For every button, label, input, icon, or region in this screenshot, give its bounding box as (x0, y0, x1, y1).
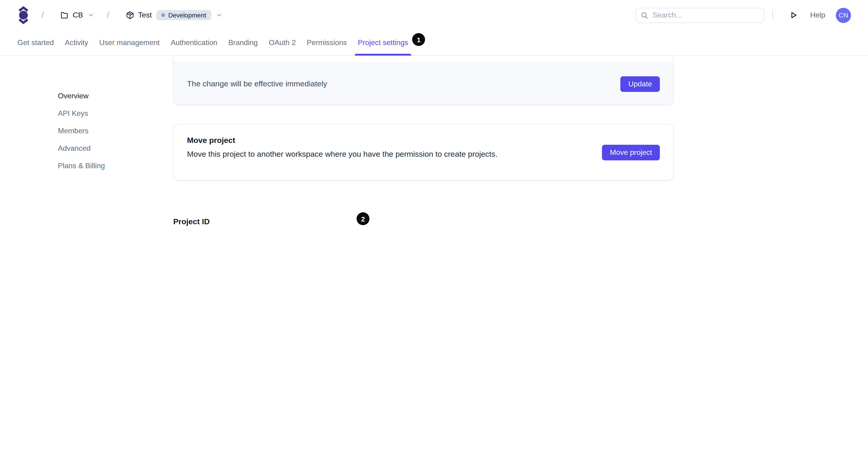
tab-activity[interactable]: Activity (62, 30, 91, 55)
settings-content: The change will be effective immediately… (173, 56, 674, 230)
tab-user-management[interactable]: User management (96, 30, 163, 55)
move-project-description: Move this project to another workspace w… (187, 150, 660, 159)
play-icon (789, 11, 798, 19)
field-project-id: Project ID 4b13df9d-3555-4485-a62a-2adc5… (173, 217, 674, 230)
breadcrumb-workspace[interactable]: CB (60, 11, 94, 19)
move-project-title: Move project (187, 136, 660, 145)
app-header: / CB / Test Development (0, 0, 868, 30)
package-icon (126, 11, 134, 19)
annotation-badge-1: 1 (412, 33, 425, 46)
update-card-body (174, 56, 673, 63)
tab-permissions[interactable]: Permissions (304, 30, 350, 55)
sidebar-item-members[interactable]: Members (58, 122, 154, 140)
search-input[interactable] (636, 7, 764, 23)
header-divider (772, 10, 773, 20)
ory-logo-icon[interactable] (19, 6, 29, 24)
search-icon (641, 11, 648, 19)
tab-get-started[interactable]: Get started (14, 30, 57, 55)
move-project-button[interactable]: Move project (602, 145, 660, 160)
play-button[interactable] (789, 11, 798, 19)
app-window: / CB / Test Development (0, 0, 868, 230)
tab-oauth2[interactable]: OAuth 2 (266, 30, 299, 55)
annotation-badge-2: 2 (356, 212, 369, 225)
tab-project-settings-label: Project settings (358, 39, 408, 47)
environment-badge: Development (156, 10, 211, 20)
move-project-card: Move project Move this project to anothe… (173, 124, 674, 181)
tab-authentication[interactable]: Authentication (167, 30, 221, 55)
breadcrumb-separator: / (107, 10, 110, 20)
update-button[interactable]: Update (621, 76, 660, 92)
search-box (636, 7, 764, 23)
environment-dot-icon (161, 13, 165, 17)
workspace-name: CB (73, 11, 83, 19)
field-label: Project ID (173, 217, 674, 226)
tab-branding[interactable]: Branding (225, 30, 261, 55)
tab-project-settings[interactable]: Project settings 1 (355, 30, 411, 55)
project-name: Test (138, 11, 152, 19)
avatar[interactable]: CN (836, 7, 851, 23)
sidebar-item-api-keys[interactable]: API Keys (58, 105, 154, 122)
project-tab-bar: Get started Activity User management Aut… (0, 30, 868, 56)
help-link[interactable]: Help (810, 11, 825, 19)
folder-icon (60, 11, 69, 19)
update-note: The change will be effective immediately (187, 79, 327, 88)
chevron-down-icon (88, 12, 94, 19)
sidebar-item-advanced[interactable]: Advanced (58, 140, 154, 157)
update-card-footer: The change will be effective immediately… (174, 63, 673, 105)
update-card: The change will be effective immediately… (173, 56, 674, 105)
environment-badge-label: Development (168, 11, 206, 19)
project-info-fields: Project ID 4b13df9d-3555-4485-a62a-2adc5… (173, 217, 674, 230)
chevron-down-icon (216, 12, 222, 19)
breadcrumb-project[interactable]: Test Development (126, 10, 222, 20)
sidebar-item-plans-billing[interactable]: Plans & Billing (58, 157, 154, 175)
sidebar-item-overview[interactable]: Overview (58, 87, 154, 105)
breadcrumb-separator: / (41, 10, 44, 20)
settings-sidebar: Overview API Keys Members Advanced Plans… (58, 87, 154, 175)
